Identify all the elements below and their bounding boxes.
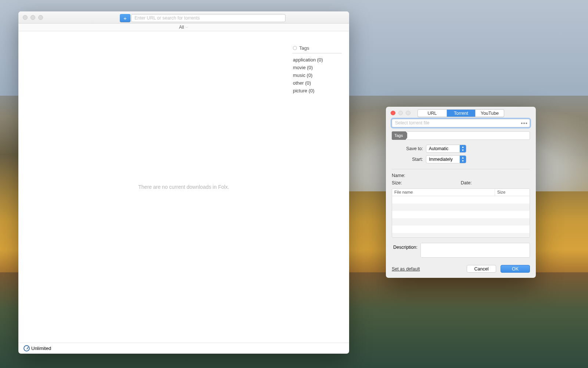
tags-chip: Tags	[392, 131, 406, 140]
folx-main-window: + All ﹀ There are no current downloads i…	[18, 11, 349, 354]
filter-bar[interactable]: All ﹀	[18, 24, 349, 31]
set-as-default-link[interactable]: Set as default	[392, 266, 420, 272]
zoom-icon[interactable]	[38, 15, 43, 20]
col-file-name[interactable]: File name	[392, 189, 495, 196]
start-row: Start: Immediately ▲▼	[392, 155, 530, 163]
minimize-icon[interactable]	[31, 15, 35, 20]
start-value: Immediately	[429, 157, 453, 162]
size-date-row: Size: Date:	[386, 178, 536, 185]
table-row	[392, 218, 530, 226]
save-to-value: Automatic	[429, 146, 448, 151]
chevron-down-icon: ﹀	[185, 25, 189, 30]
gauge-icon[interactable]	[24, 345, 30, 351]
status-bar: Unlimited	[18, 343, 349, 354]
table-row	[392, 226, 530, 233]
tab-url[interactable]: URL	[418, 110, 447, 117]
minimize-icon	[398, 111, 403, 116]
col-size[interactable]: Size	[495, 189, 530, 196]
start-label: Start:	[392, 157, 426, 162]
torrent-file-input[interactable]	[392, 119, 530, 127]
tags-input[interactable]	[407, 131, 530, 140]
table-row	[392, 196, 530, 204]
tags-header: Tags	[292, 45, 342, 53]
tab-torrent[interactable]: Torrent	[447, 110, 475, 117]
description-input[interactable]	[420, 243, 530, 258]
main-titlebar: +	[18, 11, 349, 24]
ok-button[interactable]: OK	[501, 265, 530, 273]
dialog-traffic-lights	[391, 111, 410, 116]
chevron-updown-icon: ▲▼	[461, 156, 465, 163]
source-tabs: URL Torrent YouTube	[417, 109, 504, 117]
tag-item-picture[interactable]: picture (0)	[292, 87, 342, 95]
save-to-select[interactable]: Automatic ▲▼	[426, 145, 466, 153]
description-label: Description:	[392, 243, 420, 258]
table-row	[392, 233, 530, 238]
add-task-dialog: URL Torrent YouTube ••• Tags Save to: Au…	[386, 107, 536, 278]
torrent-file-field-wrap: •••	[392, 119, 530, 127]
empty-message: There are no current downloads in Folx.	[138, 184, 229, 190]
filter-label: All	[179, 25, 184, 30]
close-icon[interactable]	[23, 15, 28, 20]
save-to-label: Save to:	[392, 146, 426, 151]
search-input[interactable]	[132, 14, 285, 22]
name-label: Name:	[392, 173, 405, 178]
speed-limit-label[interactable]: Unlimited	[31, 346, 51, 351]
date-label: Date:	[461, 180, 472, 185]
tags-header-label: Tags	[299, 45, 309, 51]
tag-item-application[interactable]: application (0)	[292, 56, 342, 64]
close-icon[interactable]	[391, 111, 395, 116]
plus-icon: +	[123, 15, 127, 21]
dialog-titlebar: URL Torrent YouTube	[386, 107, 536, 119]
size-label: Size:	[392, 180, 402, 185]
start-select[interactable]: Immediately ▲▼	[426, 155, 466, 163]
dialog-footer: Set as default Cancel OK	[392, 265, 530, 273]
table-row	[392, 204, 530, 211]
zoom-icon	[406, 111, 410, 116]
name-row: Name:	[386, 169, 536, 178]
main-body: There are no current downloads in Folx. …	[18, 31, 349, 343]
file-table-header: File name Size	[392, 189, 530, 196]
tag-item-music[interactable]: music (0)	[292, 71, 342, 79]
cancel-button[interactable]: Cancel	[467, 265, 496, 273]
tag-item-other[interactable]: other (0)	[292, 79, 342, 87]
tab-youtube[interactable]: YouTube	[475, 110, 504, 117]
browse-file-icon[interactable]: •••	[521, 120, 528, 126]
main-traffic-lights	[23, 15, 43, 20]
chevron-updown-icon: ▲▼	[461, 145, 465, 152]
add-button[interactable]: +	[120, 14, 130, 22]
file-table: File name Size	[392, 188, 530, 238]
search-input-wrap	[131, 14, 286, 22]
tags-panel: Tags application (0) movie (0) music (0)…	[292, 45, 342, 95]
file-table-body	[392, 196, 530, 238]
tag-item-movie[interactable]: movie (0)	[292, 64, 342, 71]
tags-field: Tags	[392, 131, 530, 140]
save-to-row: Save to: Automatic ▲▼	[392, 145, 530, 153]
description-row: Description:	[392, 243, 530, 258]
tag-icon	[293, 46, 297, 50]
table-row	[392, 211, 530, 218]
